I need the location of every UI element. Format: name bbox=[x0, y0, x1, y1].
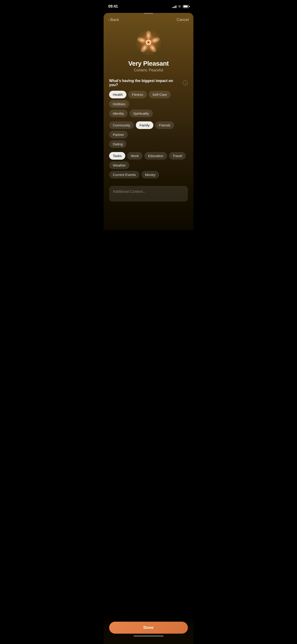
tags-row-1: Health Fitness Self-Care Hobbies bbox=[109, 91, 188, 108]
wifi-icon bbox=[178, 5, 182, 8]
tag-dating[interactable]: Dating bbox=[109, 140, 126, 148]
tag-money[interactable]: Money bbox=[141, 171, 159, 178]
tags-group-personal: Health Fitness Self-Care Hobbies Identit… bbox=[109, 91, 188, 117]
nav-bar: ‹ Back Cancel bbox=[104, 14, 194, 24]
tag-tasks[interactable]: Tasks bbox=[109, 152, 125, 160]
tag-spirituality[interactable]: Spirituality bbox=[130, 110, 153, 117]
svg-point-15 bbox=[148, 42, 149, 43]
tag-friends[interactable]: Friends bbox=[155, 122, 174, 129]
tag-fitness[interactable]: Fitness bbox=[128, 91, 147, 98]
back-label: Back bbox=[110, 18, 119, 22]
tag-travel[interactable]: Travel bbox=[169, 152, 186, 160]
tags-group-social: Community Family Friends Partner Dating bbox=[109, 122, 188, 148]
signal-icon bbox=[172, 5, 176, 8]
tag-work[interactable]: Work bbox=[127, 152, 142, 160]
status-icons bbox=[172, 5, 189, 8]
additional-context-input[interactable] bbox=[109, 186, 188, 202]
mood-flower-icon bbox=[135, 28, 162, 56]
tags-row-6: Current Events Money bbox=[109, 171, 188, 178]
back-chevron-icon: ‹ bbox=[108, 18, 109, 22]
tags-row-2: Identity Spirituality bbox=[109, 110, 188, 117]
tag-community[interactable]: Community bbox=[109, 122, 134, 129]
status-time: 09:41 bbox=[108, 4, 118, 9]
mood-subtitle: Content, Peaceful bbox=[134, 68, 163, 72]
battery-icon bbox=[183, 5, 189, 8]
tags-row-4: Dating bbox=[109, 140, 188, 148]
mood-title: Very Pleasant bbox=[128, 60, 169, 67]
tag-partner[interactable]: Partner bbox=[109, 131, 128, 138]
tag-education[interactable]: Education bbox=[144, 152, 167, 160]
tags-section: Health Fitness Self-Care Hobbies Identit… bbox=[109, 91, 188, 183]
tag-current-events[interactable]: Current Events bbox=[109, 171, 140, 178]
info-icon[interactable]: i bbox=[183, 80, 188, 86]
back-button[interactable]: ‹ Back bbox=[108, 18, 119, 22]
tag-identity[interactable]: Identity bbox=[109, 110, 128, 117]
section-question: What's having the biggest impact on you? bbox=[109, 79, 183, 87]
cancel-button[interactable]: Cancel bbox=[176, 18, 189, 22]
tag-hobbies[interactable]: Hobbies bbox=[109, 100, 129, 108]
tags-row-3: Community Family Friends Partner bbox=[109, 122, 188, 138]
tag-family[interactable]: Family bbox=[136, 122, 153, 129]
section-header: What's having the biggest impact on you?… bbox=[109, 79, 188, 87]
tags-group-life: Tasks Work Education Travel Weather Curr… bbox=[109, 152, 188, 178]
tags-row-5: Tasks Work Education Travel Weather bbox=[109, 152, 188, 169]
tag-self-care[interactable]: Self-Care bbox=[149, 91, 170, 98]
content-area: Very Pleasant Content, Peaceful What's h… bbox=[104, 24, 194, 207]
tag-weather[interactable]: Weather bbox=[109, 162, 130, 169]
status-bar: 09:41 bbox=[104, 0, 194, 11]
modal-container: ‹ Back Cancel bbox=[104, 13, 194, 230]
tag-health[interactable]: Health bbox=[109, 91, 126, 98]
